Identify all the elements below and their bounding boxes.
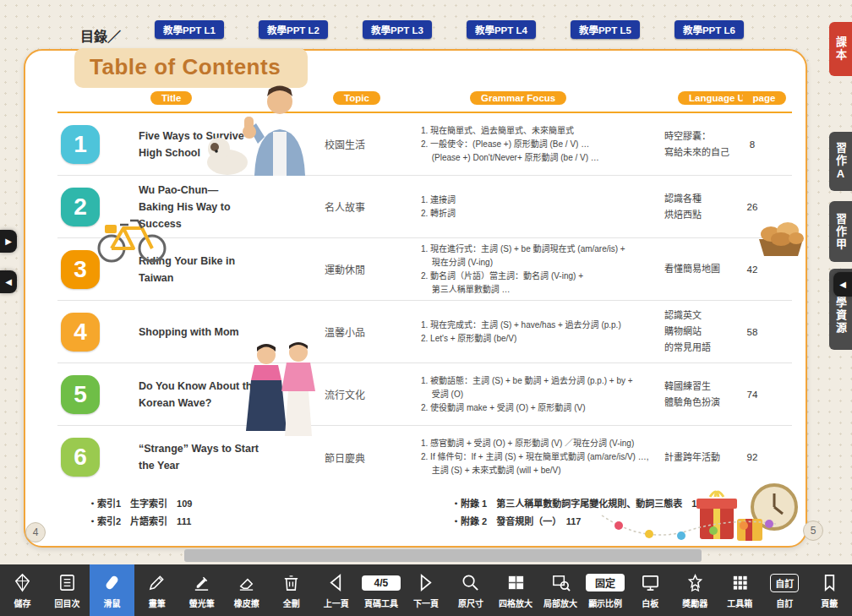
toc-table: 1Five Ways to Survive High School校園生活1. …: [57, 113, 792, 488]
unit-title: Wu Pao-Chun— Baking His Way to Success: [120, 182, 269, 232]
content-sheet: Table of Contents TitleTopicGrammar Focu…: [24, 49, 807, 548]
column-header-grammar-focus: Grammar Focus: [470, 91, 566, 105]
side-tab-workbook-a[interactable]: 習作A: [829, 132, 852, 191]
toc-row-1: 1Five Ways to Survive High School校園生活1. …: [57, 113, 792, 176]
unit-page-number: 26: [735, 202, 769, 212]
tool-pen[interactable]: 畫筆: [134, 564, 179, 616]
page-number-value[interactable]: 4/5: [362, 575, 401, 591]
unit-language-use: 韓國練習生 體驗角色扮演: [664, 379, 735, 410]
unit-page-number: 58: [735, 327, 769, 337]
next-page-icon: [416, 572, 435, 594]
page-number-icon: 4/5: [362, 572, 401, 594]
unit-grammar-focus: 1. 現在簡單式、過去簡單式、未來簡單式 2. 一般使令：(Please +) …: [421, 124, 664, 165]
tool-label: 下一頁: [413, 597, 439, 609]
horizontal-scrollbar[interactable]: [184, 549, 702, 562]
tool-label: 白板: [642, 597, 658, 609]
tool-delete-all[interactable]: 全刪: [269, 564, 314, 616]
unit-grammar-focus: 1. 被動語態：主詞 (S) + be 動詞 + 過去分詞 (p.p.) + b…: [421, 374, 664, 415]
ppt-button-l4[interactable]: 教學PPT L4: [467, 20, 536, 39]
tool-page-tab[interactable]: 頁籤: [807, 564, 852, 616]
tool-whiteboard[interactable]: 白板: [628, 564, 673, 616]
tool-four-panel-zoom[interactable]: 四格放大: [494, 564, 538, 616]
unit-title: “Strange” Ways to Start the Year: [120, 440, 269, 474]
ppt-button-l2[interactable]: 教學PPT L2: [259, 20, 328, 39]
toc-label: 目錄／: [80, 25, 121, 46]
index-notes: ・索引1 生字索引 109・索引2 片語索引 111: [88, 495, 451, 531]
tool-label: 回目次: [55, 597, 80, 609]
tool-label: 上一頁: [324, 597, 349, 609]
save-icon: [13, 572, 32, 594]
unit-page-number: 8: [735, 139, 769, 150]
tool-back-to-contents[interactable]: 回目次: [45, 564, 90, 616]
tool-label: 自訂: [776, 597, 793, 609]
tool-prev-page[interactable]: 上一頁: [314, 564, 358, 616]
tool-next-page[interactable]: 下一頁: [403, 564, 448, 616]
unit-number-badge: 4: [61, 313, 100, 352]
toc-row-6: 6“Strange” Ways to Start the Year節日慶典1. …: [57, 426, 792, 488]
column-header-page: page: [742, 91, 787, 105]
ppt-button-l3[interactable]: 教學PPT L3: [363, 20, 432, 39]
tool-original-size[interactable]: 原尺寸: [448, 564, 493, 616]
tool-eraser[interactable]: 橡皮擦: [224, 564, 269, 616]
footnotes: ・索引1 生字索引 109・索引2 片語索引 111 ・附錄 1 第三人稱單數動…: [88, 495, 792, 531]
appendix-note: ・附錄 2 發音規則（一） 117: [451, 513, 707, 531]
tool-custom[interactable]: 自訂自訂: [762, 564, 807, 616]
column-header-topic: Topic: [333, 91, 380, 105]
unit-page-number: 92: [735, 452, 769, 462]
unit-grammar-focus: 1. 連接詞 2. 轉折詞: [421, 194, 664, 221]
unit-topic: 溫馨小品: [269, 324, 421, 339]
tool-toolbox[interactable]: 工具箱: [718, 564, 762, 616]
toolbar: 儲存回目次滑鼠畫筆螢光筆橡皮擦全刪上一頁4/5頁碼工具下一頁原尺寸四格放大局部放…: [0, 564, 852, 616]
appendix-notes: ・附錄 1 第三人稱單數動詞字尾變化規則、動詞三態表 112・附錄 2 發音規則…: [451, 495, 707, 531]
display-ratio-value[interactable]: 固定: [586, 574, 625, 591]
tool-label: 全刪: [283, 597, 300, 609]
page-title: Table of Contents: [90, 54, 281, 79]
tool-save[interactable]: 儲存: [0, 564, 45, 616]
unit-topic: 校園生活: [269, 137, 421, 151]
tool-label: 橡皮擦: [234, 597, 259, 609]
tool-label: 工具箱: [727, 597, 752, 609]
toc-row-2: 2Wu Pao-Chun— Baking His Way to Success名…: [57, 176, 792, 238]
side-tab-workbook-jia[interactable]: 習作甲: [829, 201, 852, 262]
flip-button-right[interactable]: ◀: [833, 272, 852, 297]
unit-language-use: 時空膠囊： 寫給未來的自己: [664, 128, 735, 160]
unit-grammar-focus: 1. 現在進行式：主詞 (S) + be 動詞現在式 (am/are/is) +…: [421, 243, 664, 297]
unit-topic: 節日慶典: [269, 450, 421, 465]
ppt-button-row: 教學PPT L1教學PPT L2教學PPT L3教學PPT L4教學PPT L5…: [155, 20, 744, 39]
ppt-button-l1[interactable]: 教學PPT L1: [155, 20, 224, 39]
flip-back-button-left[interactable]: ◀: [0, 270, 17, 293]
unit-number-badge: 6: [61, 438, 100, 477]
tool-region-zoom[interactable]: 局部放大: [538, 564, 583, 616]
unit-number-badge: 3: [61, 250, 100, 289]
column-header-title: Title: [150, 91, 192, 105]
unit-grammar-focus: 1. 感官動詞 + 受詞 (O) + 原形動詞 (V) ／現在分詞 (V-ing…: [421, 437, 664, 477]
tool-display-ratio[interactable]: 固定顯示比例: [583, 564, 628, 616]
tool-reward[interactable]: 獎勵器: [673, 564, 718, 616]
prev-page-icon: [326, 572, 346, 594]
tool-page-number[interactable]: 4/5頁碼工具: [358, 564, 403, 616]
side-tab-textbook[interactable]: 課本: [829, 22, 852, 76]
unit-language-use: 計畫跨年活動: [664, 450, 735, 466]
unit-language-use: 看懂簡易地圖: [664, 261, 735, 277]
unit-title: Five Ways to Survive High School: [120, 128, 269, 161]
flip-forward-button-left[interactable]: ▶: [0, 230, 17, 253]
tool-mouse[interactable]: 滑鼠: [90, 564, 134, 616]
ppt-button-l6[interactable]: 教學PPT L6: [674, 20, 744, 39]
tool-label: 頁籤: [821, 597, 838, 609]
tool-label: 獎勵器: [682, 597, 707, 609]
tool-label: 局部放大: [543, 597, 577, 609]
tool-label: 頁碼工具: [364, 597, 398, 609]
page-number-right: 5: [803, 521, 823, 541]
unit-page-number: 42: [735, 264, 769, 275]
four-panel-zoom-icon: [506, 572, 526, 594]
ebook-reader-window: 目錄／ 教學PPT L1教學PPT L2教學PPT L3教學PPT L4教學PP…: [0, 0, 852, 616]
index-note: ・索引2 片語索引 111: [88, 513, 451, 531]
tool-label: 螢光筆: [189, 597, 215, 609]
unit-number-badge: 1: [61, 125, 100, 164]
ppt-button-l5[interactable]: 教學PPT L5: [571, 20, 640, 39]
unit-topic: 流行文化: [269, 387, 421, 401]
unit-grammar-focus: 1. 現在完成式：主詞 (S) + have/has + 過去分詞 (p.p.)…: [421, 319, 664, 346]
pen-icon: [147, 572, 167, 594]
tool-highlighter[interactable]: 螢光筆: [179, 564, 224, 616]
unit-topic: 運動休閒: [269, 262, 421, 276]
